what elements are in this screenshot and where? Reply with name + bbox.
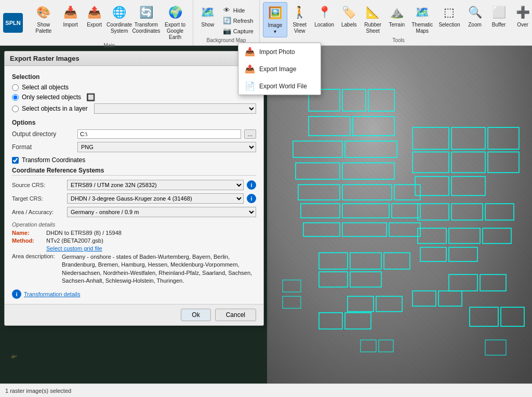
import-photo-item[interactable]: 📥 Import Photo xyxy=(238,43,321,60)
statusbar-text: 1 raster image(s) selected xyxy=(5,388,71,394)
toolbar-group-background-map: 🗺️ Show 👁 Hide 🔄 Refresh 📷 Capture Backg… xyxy=(193,0,260,45)
coordinate-system-icon: 🌐 xyxy=(111,4,128,21)
spln-logo: SPLN xyxy=(3,13,23,33)
transformation-details-link[interactable]: Transformation details xyxy=(24,291,80,297)
select-layer-label[interactable]: Select objects in a layer xyxy=(22,105,88,112)
target-crs-row: Target CRS: DHDN / 3-degree Gauss-Kruger… xyxy=(12,193,256,204)
browse-button[interactable]: ... xyxy=(244,129,256,139)
export-world-file-icon: 📄 xyxy=(245,81,255,91)
area-accuracy-row: Area / Accuracy: Germany - onshore / 0.9… xyxy=(12,207,256,217)
export-image-item[interactable]: 📤 Export Image xyxy=(238,60,321,77)
layer-select[interactable] xyxy=(94,103,256,114)
capture-label: Capture xyxy=(233,28,254,34)
select-all-label[interactable]: Select all objects xyxy=(22,84,69,91)
svg-rect-12 xyxy=(342,163,394,179)
svg-rect-37 xyxy=(350,272,381,287)
export-label: Export xyxy=(87,22,102,28)
street-view-button[interactable]: 🚶 StreetView xyxy=(288,2,311,36)
thematic-maps-icon: 🗺️ xyxy=(414,4,431,21)
svg-rect-7 xyxy=(309,116,350,136)
svg-rect-43 xyxy=(449,274,477,290)
show-palette-button[interactable]: 🎨 Show Palette xyxy=(29,2,58,36)
thematic-maps-button[interactable]: 🗺️ ThematicMaps xyxy=(409,2,435,36)
ok-button[interactable]: Ok xyxy=(181,309,210,321)
select-selected-label[interactable]: Only selected objects xyxy=(22,94,81,101)
import-button[interactable]: 📥 Import xyxy=(59,2,82,30)
name-key: Name: xyxy=(12,230,43,236)
location-label: Location xyxy=(314,22,334,28)
target-crs-select[interactable]: DHDN / 3-degree Gauss-Kruger zone 4 (314… xyxy=(67,193,244,204)
import-photo-icon: 📥 xyxy=(245,47,255,57)
labels-icon: 🏷️ xyxy=(341,4,357,21)
svg-rect-45 xyxy=(348,296,374,311)
select-layer-radio[interactable] xyxy=(12,105,19,112)
buffer-label: Buffer xyxy=(492,22,506,28)
image-button[interactable]: 🖼️ Image ▾ xyxy=(263,2,287,37)
source-crs-select[interactable]: ETRS89 / UTM zone 32N (25832) xyxy=(67,180,244,190)
export-button[interactable]: 📤 Export xyxy=(83,2,106,30)
rubber-sheet-button[interactable]: 📐 RubberSheet xyxy=(362,2,384,36)
svg-rect-47 xyxy=(319,313,342,329)
street-view-label: StreetView xyxy=(292,22,307,34)
output-dir-row: Output directory ... xyxy=(12,129,256,139)
background-map-buttons: 🗺️ Show 👁 Hide 🔄 Refresh 📷 Capture xyxy=(196,2,256,37)
import-label: Import xyxy=(63,22,77,28)
statusbar: 1 raster image(s) selected xyxy=(0,383,532,397)
transform-coords-button[interactable]: 🔄 TransformCoordinates xyxy=(132,2,159,36)
transformation-info-icon: i xyxy=(12,289,21,299)
transform-coordinates-label[interactable]: Transform Coordinates xyxy=(22,156,85,164)
buffer-button[interactable]: ⬜ Buffer xyxy=(487,2,510,30)
cancel-button[interactable]: Cancel xyxy=(215,309,256,321)
refresh-button[interactable]: 🔄 Refresh xyxy=(220,16,256,25)
labels-button[interactable]: 🏷️ Labels xyxy=(338,2,361,30)
method-value: NTv2 (BETA2007.gsb) xyxy=(46,237,103,244)
toolbar-group-tools: 🖼️ Image ▾ 🚶 StreetView 📍 Location 🏷️ La… xyxy=(260,0,532,45)
export-google-earth-label: Export toGoogle Earth xyxy=(163,22,187,41)
svg-rect-42 xyxy=(449,247,477,261)
transform-coordinates-checkbox[interactable] xyxy=(12,157,19,164)
source-crs-info-button[interactable]: i xyxy=(247,180,256,190)
capture-button[interactable]: 📷 Capture xyxy=(220,26,256,36)
coordinate-system-button[interactable]: 🌐 CoordinateSystem xyxy=(107,2,132,36)
tools-buttons: 🖼️ Image ▾ 🚶 StreetView 📍 Location 🏷️ La… xyxy=(263,2,532,37)
custom-grid-spacer xyxy=(12,245,43,252)
svg-rect-41 xyxy=(420,247,446,261)
over-button[interactable]: ➕ Over xyxy=(511,2,532,30)
source-crs-label: Source CRS: xyxy=(12,182,64,188)
target-crs-info-button[interactable]: i xyxy=(247,194,256,203)
svg-rect-27 xyxy=(488,152,519,173)
capture-icon: 📷 xyxy=(223,27,231,35)
svg-rect-49 xyxy=(413,291,436,306)
radio-all-objects: Select all objects xyxy=(12,84,256,91)
location-icon: 📍 xyxy=(316,4,332,21)
select-selected-radio[interactable] xyxy=(12,94,19,101)
zoom-icon: 🔍 xyxy=(467,4,483,21)
svg-rect-10 xyxy=(345,141,397,157)
coordinate-system-label: CoordinateSystem xyxy=(107,22,132,34)
area-accuracy-label: Area / Accuracy: xyxy=(12,209,64,215)
transform-coordinates-row: Transform Coordinates xyxy=(12,156,256,164)
export-world-file-item[interactable]: 📄 Export World File xyxy=(238,77,321,95)
hide-button[interactable]: 👁 Hide xyxy=(220,5,256,15)
refresh-icon: 🔄 xyxy=(223,17,231,24)
svg-rect-23 xyxy=(451,127,485,149)
tools-group-label: Tools xyxy=(392,37,404,44)
area-accuracy-select[interactable]: Germany - onshore / 0.9 m xyxy=(67,207,256,217)
custom-grid-row: Select custom grid file xyxy=(12,245,256,252)
toolbar: SPLN 🎨 Show Palette 📥 Import 📤 Export 🌐 … xyxy=(0,0,532,46)
export-google-earth-button[interactable]: 🌍 Export toGoogle Earth xyxy=(161,2,190,43)
terrain-button[interactable]: ⛰️ Terrain xyxy=(385,2,408,30)
image-icon: 🖼️ xyxy=(267,5,283,21)
svg-rect-39 xyxy=(449,228,480,243)
svg-rect-48 xyxy=(345,313,371,329)
svg-rect-53 xyxy=(361,340,376,352)
show-map-button[interactable]: 🗺️ Show xyxy=(196,2,219,30)
format-select[interactable]: PNG JPEG TIFF BMP xyxy=(77,142,256,152)
output-dir-input[interactable] xyxy=(77,129,241,139)
select-all-radio[interactable] xyxy=(12,84,19,91)
custom-grid-link[interactable]: Select custom grid file xyxy=(46,245,102,252)
bg-map-small-buttons: 👁 Hide 🔄 Refresh 📷 Capture xyxy=(220,5,256,36)
selection-button[interactable]: ⬚ Selection xyxy=(436,2,462,30)
location-button[interactable]: 📍 Location xyxy=(312,2,337,30)
zoom-button[interactable]: 🔍 Zoom xyxy=(463,2,486,30)
